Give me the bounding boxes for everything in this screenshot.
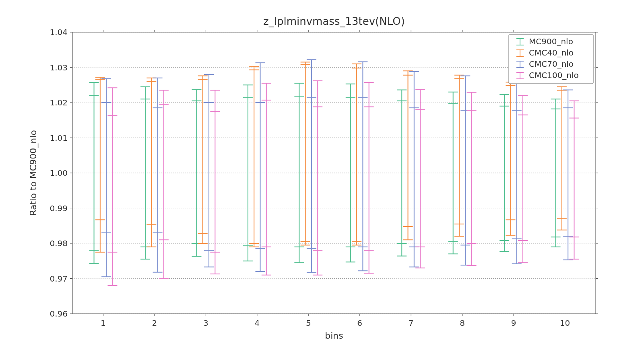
y-tick-label: 1.04 — [50, 27, 68, 37]
legend-label: CMC70_nlo — [529, 59, 574, 69]
x-axis-label: bins — [325, 331, 343, 341]
x-tick-label: 4 — [254, 318, 260, 328]
y-tick-label: 1.01 — [50, 133, 68, 143]
x-tick-label: 6 — [357, 318, 362, 328]
chart-title: z_lplminvmass_13tev(NLO) — [263, 15, 405, 27]
y-tick-label: 0.97 — [50, 274, 68, 284]
x-tick-label: 7 — [409, 318, 414, 328]
legend-label: CMC40_nlo — [529, 48, 574, 58]
y-tick-label: 0.99 — [50, 204, 68, 213]
x-tick-label: 2 — [152, 318, 157, 328]
x-tick-label: 1 — [101, 318, 106, 328]
legend-label: MC900_nlo — [529, 37, 573, 46]
y-tick-label: 1.03 — [50, 63, 68, 72]
y-tick-label: 0.96 — [50, 309, 68, 319]
x-tick-label: 10 — [560, 318, 570, 328]
y-tick-label: 0.98 — [50, 239, 68, 248]
x-tick-label: 5 — [306, 318, 311, 328]
y-tick-label: 1.02 — [50, 98, 68, 107]
legend-label: CMC100_nlo — [529, 70, 579, 80]
x-tick-label: 3 — [203, 318, 208, 328]
x-tick-label: 8 — [460, 318, 465, 328]
x-tick-label: 9 — [511, 318, 516, 328]
chart-svg: 0.960.970.980.991.001.011.021.031.041234… — [0, 0, 644, 362]
y-tick-label: 1.00 — [50, 168, 68, 178]
y-axis-label: Ratio to MC900_nlo — [28, 130, 39, 216]
